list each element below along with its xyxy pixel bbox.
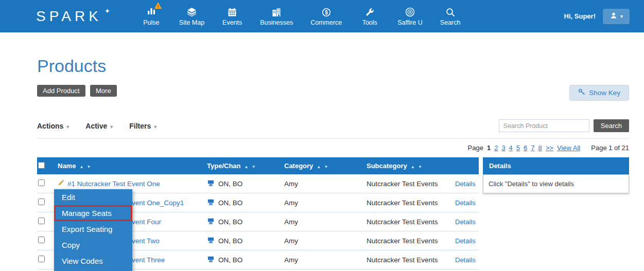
- sitemap-icon: [186, 6, 197, 17]
- channel-icon: [207, 179, 215, 188]
- row-checkbox[interactable]: [38, 237, 45, 243]
- sort-icons[interactable]: ▲ ▼: [79, 165, 92, 169]
- title-buttons: Add Product More: [37, 85, 119, 97]
- show-key-label: Show Key: [589, 89, 620, 97]
- details-link[interactable]: Details: [455, 199, 476, 207]
- type-value: ON, BO: [218, 237, 242, 245]
- user-greeting: Hi, Super!: [564, 12, 596, 20]
- type-value: ON, BO: [218, 199, 242, 207]
- nav-item-search[interactable]: Search: [440, 6, 461, 26]
- subcategory-value: Nutcracker Test Events: [365, 218, 454, 226]
- context-menu-item-manage-seats[interactable]: Manage Seats: [54, 205, 132, 221]
- show-key-button[interactable]: Show Key: [569, 85, 629, 101]
- sort-icons[interactable]: ▲ ▼: [245, 165, 257, 169]
- search-icon: [445, 6, 456, 17]
- sort-icons[interactable]: ▲ ▼: [317, 165, 329, 169]
- details-panel-body: Click "Details" to view details: [483, 174, 629, 193]
- category-value: Amy: [283, 180, 365, 188]
- actions-menu[interactable]: Actions▼: [37, 122, 70, 130]
- details-link[interactable]: Details: [455, 218, 476, 226]
- row-context-menu: Edit Manage Seats Export Seating Copy Vi…: [54, 189, 132, 271]
- filters-menu[interactable]: Filters▼: [129, 122, 158, 130]
- row-checkbox[interactable]: [38, 198, 45, 205]
- row-checkbox[interactable]: [38, 179, 45, 186]
- details-link[interactable]: Details: [455, 180, 476, 188]
- table-header-row: Name▲ ▼ Type/Chan▲ ▼ Category▲ ▼ Subcate…: [37, 157, 479, 174]
- page-link-7[interactable]: 7: [531, 144, 534, 152]
- nav-label-search: Search: [440, 19, 461, 26]
- context-menu-item-export-seating[interactable]: Export Seating: [54, 221, 132, 237]
- nav-item-tools[interactable]: Tools: [359, 6, 380, 26]
- search-button[interactable]: Search: [594, 119, 629, 132]
- next-pages-link[interactable]: >>: [546, 144, 553, 152]
- saffireu-icon: [405, 6, 415, 17]
- col-header-subcategory: Subcategory▲ ▼: [365, 162, 454, 170]
- search-product-input[interactable]: [499, 119, 589, 132]
- details-link[interactable]: Details: [455, 237, 476, 245]
- table-toolbar: Actions▼ Active▼ Filters▼ Search: [37, 119, 629, 139]
- col-header-category: Category▲ ▼: [283, 162, 365, 170]
- row-checkbox[interactable]: [38, 256, 45, 262]
- edit-pencil-icon[interactable]: [58, 179, 64, 188]
- details-panel: Details Click "Details" to view details: [483, 157, 629, 193]
- channel-icon: [207, 255, 215, 264]
- context-menu-item-edit[interactable]: Edit: [54, 189, 132, 205]
- details-panel-header: Details: [483, 157, 629, 174]
- nav-items: ! Pulse Site Map Events: [141, 6, 461, 26]
- row-checkbox[interactable]: [38, 218, 45, 224]
- nav-label-sitemap: Site Map: [179, 19, 204, 26]
- category-value: Amy: [283, 199, 365, 207]
- context-menu-item-copy[interactable]: Copy: [54, 237, 132, 253]
- nav-item-pulse[interactable]: ! Pulse: [141, 6, 162, 26]
- page-root: SPARK ✦ ! Pulse Site Map: [0, 0, 644, 271]
- view-all-link[interactable]: View All: [557, 144, 580, 152]
- nav-item-businesses[interactable]: Businesses: [260, 6, 293, 26]
- type-value: ON, BO: [218, 256, 242, 264]
- page-title: Products: [37, 56, 629, 76]
- col-header-name: Name▲ ▼: [57, 162, 206, 170]
- nav-item-events[interactable]: Events: [222, 6, 242, 26]
- details-link[interactable]: Details: [455, 256, 476, 264]
- active-menu[interactable]: Active▼: [85, 122, 114, 130]
- pulse-warning-badge-icon: !: [154, 2, 162, 10]
- spark-logo[interactable]: SPARK ✦: [36, 8, 109, 25]
- page-link-8[interactable]: 8: [538, 144, 542, 152]
- context-menu-item-view-codes[interactable]: View Codes: [54, 253, 132, 269]
- commerce-icon: $: [321, 6, 332, 17]
- page-link-5[interactable]: 5: [516, 144, 520, 152]
- category-value: Amy: [283, 237, 365, 245]
- logo-text: SPARK: [36, 8, 102, 24]
- subcategory-value: Nutcracker Test Events: [365, 256, 454, 264]
- nav-item-commerce[interactable]: $ Commerce: [310, 6, 342, 26]
- pagination: Page 1 2 3 4 5 6 7 8 >> View All Page 1 …: [37, 144, 629, 152]
- select-all-checkbox[interactable]: [38, 162, 45, 169]
- product-name-link[interactable]: #1 Nutcracker Test Event One: [67, 180, 160, 188]
- page-link-3[interactable]: 3: [501, 144, 505, 152]
- sort-icons[interactable]: ▲ ▼: [411, 165, 423, 169]
- channel-icon: [207, 236, 215, 245]
- more-button[interactable]: More: [90, 85, 117, 97]
- page-link-6[interactable]: 6: [524, 144, 527, 152]
- page-link-4[interactable]: 4: [509, 144, 513, 152]
- category-value: Amy: [283, 256, 365, 264]
- key-icon: [578, 88, 585, 97]
- type-value: ON, BO: [218, 180, 242, 188]
- channel-icon: [207, 217, 215, 226]
- col-header-type: Type/Chan▲ ▼: [206, 162, 283, 170]
- nav-label-events: Events: [222, 19, 242, 26]
- subcategory-value: Nutcracker Test Events: [365, 180, 454, 188]
- chevron-down-icon: ▼: [153, 124, 158, 130]
- nav-item-saffire-u[interactable]: Saffire U: [397, 6, 422, 26]
- tools-icon: [364, 6, 375, 17]
- nav-item-sitemap[interactable]: Site Map: [179, 6, 204, 26]
- page-label: Page: [468, 144, 483, 152]
- nav-label-businesses: Businesses: [260, 19, 293, 26]
- page-link-2[interactable]: 2: [494, 144, 498, 152]
- user-icon: [610, 11, 618, 22]
- user-menu-button[interactable]: ▾: [603, 9, 630, 24]
- add-product-button[interactable]: Add Product: [37, 85, 85, 97]
- nav-label-tools: Tools: [362, 19, 377, 26]
- chevron-down-icon: ▼: [65, 124, 70, 130]
- nav-label-saffire-u: Saffire U: [397, 19, 422, 26]
- category-value: Amy: [283, 218, 365, 226]
